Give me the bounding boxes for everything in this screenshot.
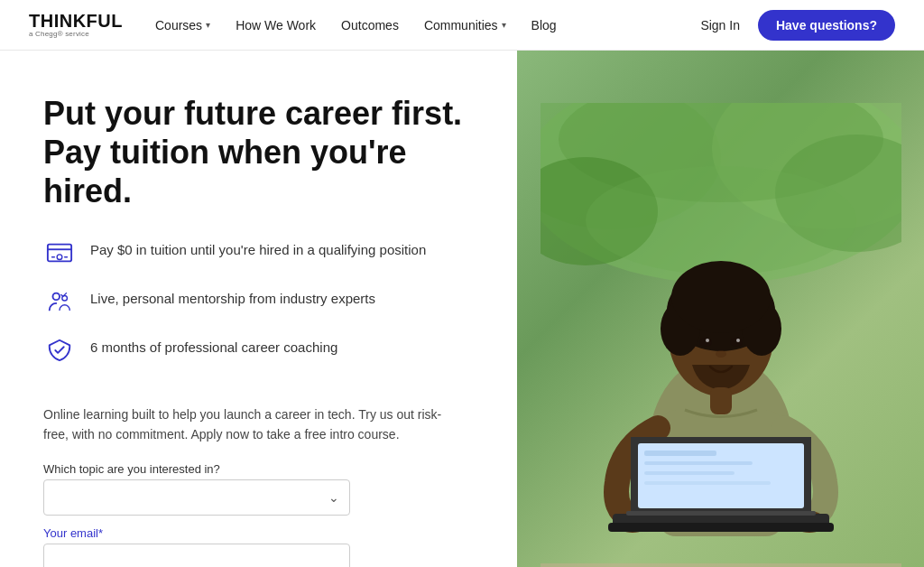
- mentorship-icon: [43, 285, 76, 318]
- svg-point-19: [730, 338, 743, 347]
- nav-links: Courses ▾ How We Work Outcomes Communiti…: [155, 18, 700, 33]
- site-logo: THINKFUL a Chegg® service: [29, 12, 123, 38]
- feature-item-coaching: 6 months of professional career coaching: [43, 334, 474, 367]
- topic-label: Which topic are you interested in?: [43, 462, 350, 476]
- svg-rect-32: [644, 481, 771, 485]
- email-field-group: Your email*: [43, 526, 350, 567]
- application-form: Which topic are you interested in? Web D…: [43, 462, 350, 567]
- nav-blog[interactable]: Blog: [531, 18, 557, 33]
- svg-rect-29: [644, 451, 716, 456]
- email-label: Your email*: [43, 526, 350, 540]
- page-content: Put your future career first. Pay tuitio…: [0, 51, 924, 567]
- email-input[interactable]: [43, 544, 350, 567]
- svg-rect-33: [626, 511, 816, 516]
- topic-select-wrapper: Web Development Data Science UX/UI Desig…: [43, 479, 350, 516]
- topic-select[interactable]: Web Development Data Science UX/UI Desig…: [43, 479, 350, 516]
- svg-point-1: [57, 254, 62, 259]
- have-questions-button[interactable]: Have questions?: [758, 10, 895, 41]
- feature-text-coaching: 6 months of professional career coaching: [90, 334, 337, 355]
- svg-rect-27: [608, 523, 834, 532]
- logo-text: THINKFUL: [29, 12, 123, 30]
- svg-point-20: [706, 339, 709, 342]
- subtext: Online learning built to help you launch…: [43, 404, 458, 445]
- svg-rect-34: [541, 563, 901, 567]
- svg-rect-23: [710, 387, 732, 414]
- svg-rect-0: [48, 244, 71, 261]
- svg-point-22: [716, 350, 726, 358]
- hero-image: [517, 51, 924, 567]
- feature-text-mentorship: Live, personal mentorship from industry …: [90, 285, 375, 306]
- nav-outcomes[interactable]: Outcomes: [341, 18, 399, 33]
- nav-actions: Sign In Have questions?: [700, 10, 895, 41]
- hero-title: Put your future career first. Pay tuitio…: [43, 94, 474, 211]
- sign-in-link[interactable]: Sign In: [700, 18, 740, 33]
- features-list: Pay $0 in tuition until you're hired in …: [43, 237, 474, 383]
- feature-item-tuition: Pay $0 in tuition until you're hired in …: [43, 237, 474, 269]
- left-panel: Put your future career first. Pay tuitio…: [0, 51, 517, 567]
- tuition-icon: [43, 237, 76, 269]
- feature-text-tuition: Pay $0 in tuition until you're hired in …: [90, 237, 426, 257]
- topic-field: Which topic are you interested in? Web D…: [43, 462, 350, 516]
- feature-item-mentorship: Live, personal mentorship from industry …: [43, 285, 474, 318]
- nav-how-we-work[interactable]: How We Work: [236, 18, 316, 33]
- svg-point-2: [53, 293, 60, 300]
- svg-point-21: [736, 339, 740, 342]
- svg-point-18: [699, 338, 712, 347]
- person-figure: [517, 51, 924, 567]
- nav-communities[interactable]: Communities ▾: [424, 18, 506, 33]
- navbar: THINKFUL a Chegg® service Courses ▾ How …: [0, 0, 924, 51]
- right-panel: [517, 51, 924, 567]
- chevron-down-icon: ▾: [206, 20, 210, 30]
- svg-rect-30: [644, 461, 753, 465]
- svg-point-17: [671, 261, 771, 333]
- nav-courses[interactable]: Courses ▾: [155, 18, 210, 33]
- chevron-down-icon: ▾: [502, 20, 506, 30]
- svg-rect-31: [644, 471, 735, 475]
- logo-subtext: a Chegg® service: [29, 31, 123, 38]
- svg-point-10: [586, 166, 856, 274]
- coaching-icon: [43, 334, 76, 367]
